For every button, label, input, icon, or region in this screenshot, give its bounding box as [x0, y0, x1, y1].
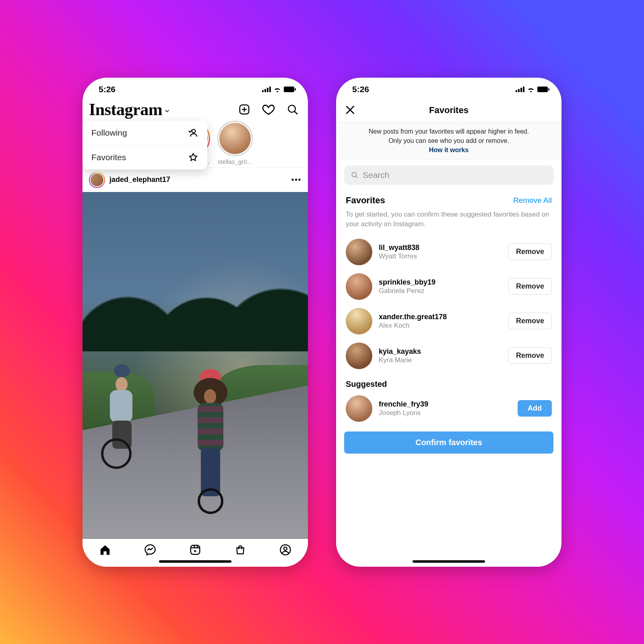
search-button[interactable] — [286, 103, 299, 116]
svg-point-4 — [192, 129, 196, 133]
status-icons — [262, 87, 296, 93]
fullname: Wyatt Torres — [379, 252, 419, 260]
home-indicator[interactable] — [159, 560, 231, 563]
tab-home[interactable] — [98, 543, 112, 557]
status-bar: 5:26 — [336, 78, 561, 99]
tab-profile[interactable] — [279, 543, 292, 557]
confirm-favorites-button[interactable]: Confirm favorites — [344, 431, 553, 454]
favorites-section-header: Favorites Remove All — [336, 187, 561, 207]
remove-button[interactable]: Remove — [508, 244, 552, 260]
user-link[interactable]: frenchie_fry39 Joseph Lyons — [346, 395, 428, 422]
fullname: Gabriela Perez — [379, 287, 436, 295]
avatar — [89, 172, 105, 188]
svg-rect-1 — [295, 88, 296, 91]
search-placeholder: Search — [363, 170, 390, 180]
favorite-row: lil_wyatt838 Wyatt Torres Remove — [336, 235, 561, 269]
menu-item-following[interactable]: Following — [83, 121, 207, 145]
stories-tray[interactable]: Following Favorites + Your Story liam_be… — [83, 121, 308, 167]
avatar — [346, 273, 372, 300]
fullname: Alex Koch — [379, 322, 447, 330]
story-item[interactable]: stellas_gr0... — [216, 121, 254, 165]
username: kyia_kayaks — [379, 347, 421, 356]
svg-point-7 — [284, 547, 287, 550]
avatar — [346, 395, 372, 422]
favorite-row: kyia_kayaks Kyra Marie Remove — [336, 339, 561, 373]
home-indicator[interactable] — [413, 560, 485, 563]
favorites-heading: Favorites — [346, 195, 385, 206]
tab-shop[interactable] — [233, 543, 247, 557]
tab-reels[interactable] — [188, 543, 202, 557]
username: sprinkles_bby19 — [379, 278, 436, 287]
story-label: stellas_gr0... — [218, 158, 252, 165]
chevron-down-icon — [164, 105, 170, 114]
modal-header: Favorites — [336, 99, 561, 122]
following-icon — [188, 128, 198, 138]
feed-switcher-button[interactable]: Instagram — [89, 100, 170, 119]
feed-switcher-menu: Following Favorites — [83, 121, 207, 169]
remove-button[interactable]: Remove — [508, 313, 552, 329]
user-link[interactable]: xander.the.great178 Alex Koch — [346, 308, 447, 334]
favorites-subtext: To get started, you can confirm these su… — [336, 207, 561, 235]
instagram-logo: Instagram — [89, 100, 162, 119]
user-link[interactable]: kyia_kayaks Kyra Marie — [346, 343, 421, 369]
username: lil_wyatt838 — [379, 243, 419, 252]
info-banner: New posts from your favorites will appea… — [336, 122, 561, 160]
add-button[interactable]: Add — [518, 400, 552, 417]
remove-button[interactable]: Remove — [508, 278, 552, 295]
create-post-button[interactable] — [238, 103, 251, 116]
suggested-row: frenchie_fry39 Joseph Lyons Add — [336, 391, 561, 426]
username: xander.the.great178 — [379, 312, 447, 322]
username: frenchie_fry39 — [379, 400, 428, 409]
status-icons — [516, 87, 549, 93]
banner-text-line1: New posts from your favorites will appea… — [346, 127, 552, 136]
feed-header: Instagram — [83, 99, 308, 121]
post-image[interactable] — [83, 192, 308, 539]
menu-item-label: Favorites — [91, 153, 126, 162]
cellular-icon — [262, 87, 271, 92]
wifi-icon — [527, 87, 535, 93]
favorite-row: sprinkles_bby19 Gabriela Perez Remove — [336, 269, 561, 304]
search-input[interactable]: Search — [344, 165, 553, 185]
svg-rect-8 — [537, 87, 548, 92]
battery-icon — [537, 87, 549, 92]
status-bar: 5:26 — [83, 78, 308, 99]
close-button[interactable] — [344, 104, 356, 116]
status-time: 5:26 — [99, 85, 116, 94]
fullname: Kyra Marie — [379, 356, 421, 364]
user-link[interactable]: sprinkles_bby19 Gabriela Perez — [346, 273, 436, 300]
post-header: jaded_elephant17 ••• — [83, 167, 308, 192]
avatar — [346, 343, 372, 369]
remove-button[interactable]: Remove — [508, 347, 552, 364]
svg-rect-9 — [548, 88, 549, 91]
post-author-link[interactable]: jaded_elephant17 — [89, 172, 170, 188]
star-icon — [188, 152, 198, 163]
tab-messenger[interactable] — [143, 543, 157, 557]
battery-icon — [284, 87, 296, 92]
svg-rect-0 — [284, 87, 294, 92]
remove-all-button[interactable]: Remove All — [513, 196, 552, 205]
avatar — [346, 308, 372, 334]
activity-button[interactable] — [262, 103, 275, 116]
user-link[interactable]: lil_wyatt838 Wyatt Torres — [346, 239, 419, 265]
menu-item-favorites[interactable]: Favorites — [83, 145, 207, 169]
post-username: jaded_elephant17 — [109, 175, 170, 184]
how-it-works-link[interactable]: How it works — [346, 145, 552, 155]
banner-text-line2: Only you can see who you add or remove. — [346, 136, 552, 145]
fullname: Joseph Lyons — [379, 409, 428, 417]
svg-rect-5 — [191, 545, 200, 555]
menu-item-label: Following — [91, 128, 127, 138]
suggested-heading: Suggested — [336, 373, 561, 391]
cellular-icon — [516, 87, 524, 92]
search-icon — [351, 171, 359, 179]
phone-favorites-screen: 5:26 Favorites New posts from your favor… — [336, 78, 561, 567]
wifi-icon — [273, 87, 281, 93]
modal-title: Favorites — [429, 105, 469, 116]
favorite-row: xander.the.great178 Alex Koch Remove — [336, 304, 561, 339]
post-more-button[interactable]: ••• — [291, 175, 301, 184]
status-time: 5:26 — [352, 85, 369, 94]
phone-feed-screen: 5:26 Instagram — [83, 78, 308, 567]
avatar — [346, 239, 372, 265]
